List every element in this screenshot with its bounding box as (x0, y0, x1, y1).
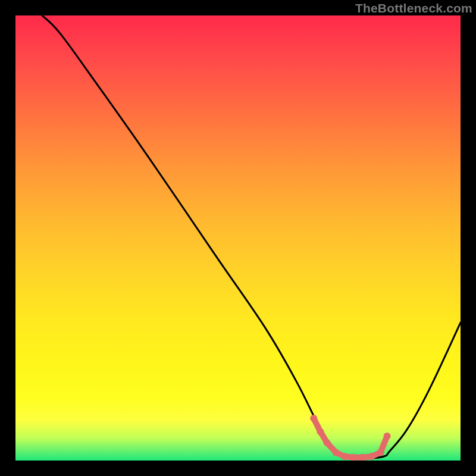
optimal-marker-dot (310, 415, 317, 422)
chart-svg (15, 15, 461, 461)
optimal-marker-dot (377, 449, 384, 456)
optimal-marker-dot (324, 439, 331, 446)
optimal-marker-dot (384, 433, 391, 440)
optimal-marker-dot (368, 453, 375, 460)
optimal-marker-dot (317, 428, 324, 435)
optimal-marker-dot (342, 453, 349, 460)
watermark-text: TheBottleneck.com (355, 1, 472, 15)
optimal-range-markers (310, 415, 390, 461)
optimal-marker-dot (333, 449, 340, 456)
chart-frame: TheBottleneck.com (0, 0, 476, 476)
plot-area (15, 15, 461, 461)
bottleneck-curve (42, 15, 461, 459)
